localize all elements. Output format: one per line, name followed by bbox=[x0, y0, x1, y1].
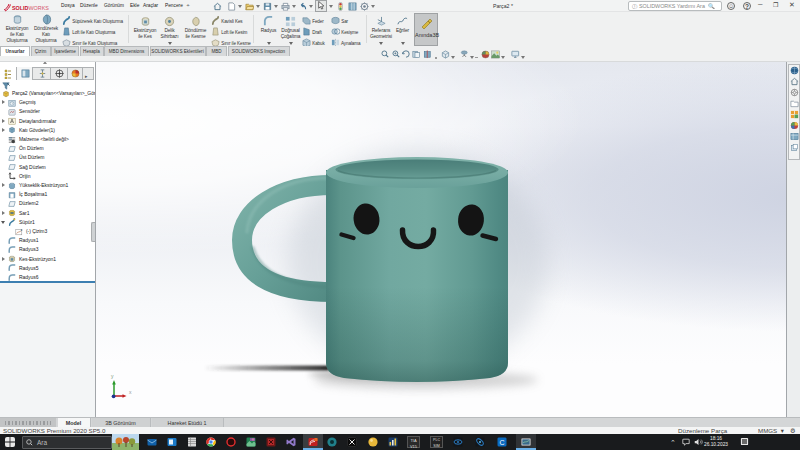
svg-text:C: C bbox=[499, 439, 504, 446]
svg-text:x: x bbox=[129, 389, 132, 395]
svg-text:y: y bbox=[111, 373, 114, 379]
